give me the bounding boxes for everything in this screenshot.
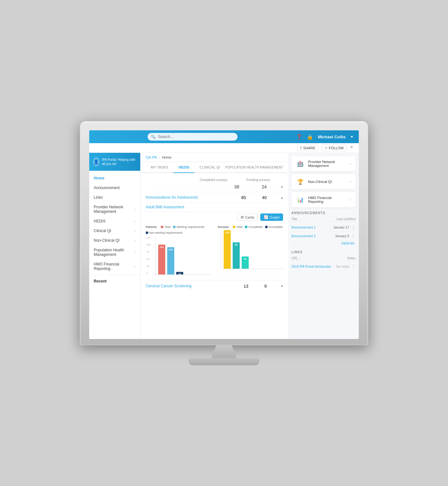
help-icon[interactable]: ❓ xyxy=(296,134,302,140)
sidebar-hedis-label: HEDIS xyxy=(94,219,106,223)
sidebar-nonclinical-label: Non-Clinical QI xyxy=(94,238,120,243)
link-1-menu[interactable]: ⋮ xyxy=(349,264,356,269)
links-header: URL ↓ Notes xyxy=(291,256,356,261)
surveys-chart-wrap: Surveys Total Completed xyxy=(218,225,283,275)
immunizations-completed: 85 xyxy=(241,195,246,200)
patients-chart-label: Patients xyxy=(146,225,157,229)
link-1-title[interactable]: 2018 IPA Portal Introduction xyxy=(291,265,336,268)
graph-icon: 📈 xyxy=(264,215,268,219)
hedis-content: Completed surveys Pending surveys 38 24 … xyxy=(141,173,288,339)
tab-clinical-qi[interactable]: CLINICAL QI xyxy=(194,162,225,173)
announcement-1-date: January 17 xyxy=(333,226,349,229)
sidebar-item-provider-network[interactable]: Provider Network Management › xyxy=(89,202,140,216)
cervical-link[interactable]: Cervical Cancer Screening xyxy=(146,284,244,288)
sidebar-links-label: Links xyxy=(94,195,103,200)
sidebar-item-hedis[interactable]: HEDIS › xyxy=(89,216,140,226)
sidebar-item-announcement[interactable]: Announcement xyxy=(89,183,140,193)
announcement-1-link[interactable]: Announcement 1 xyxy=(291,226,333,229)
immunizations-link[interactable]: Immunizations for Adolescents xyxy=(146,195,241,200)
monitor-bezel: 🔍 ❓ 🔒 Michael Collis ▼ ⤴ SHARE xyxy=(80,121,368,345)
link-1-notes: No notes xyxy=(336,265,349,268)
breadcrumb-separator: › xyxy=(159,155,160,159)
completed-header: Completed surveys xyxy=(200,178,227,182)
announcement-2-link[interactable]: Announcement 2 xyxy=(291,234,335,238)
announcements-title: ANNOUNCEMENTS xyxy=(291,211,356,215)
share-button[interactable]: ⤴ SHARE xyxy=(297,144,318,151)
bar-total-patients: 121 xyxy=(158,245,165,274)
links-table: URL ↓ Notes 2018 IPA Portal Introduction… xyxy=(291,256,356,271)
sidebar-item-non-clinical-qi[interactable]: Non-Clinical QI › xyxy=(89,236,140,245)
cervical-pending: 9 xyxy=(264,284,267,289)
view-toggle: ⊞ Cards 📈 Graph xyxy=(146,212,283,223)
ann-date-header: Last modified xyxy=(337,217,356,221)
non-clinical-qi-card[interactable]: 🏆 Non-Clinical QI › xyxy=(291,174,356,189)
announcement-2-menu[interactable]: ⋮ xyxy=(349,233,356,239)
adult-bmi-row: Adult BMI Assessment xyxy=(146,203,283,212)
breadcrumb-qa-ipa[interactable]: QA IPA xyxy=(146,155,157,159)
content-area: 👤 IPA Portal: Helping with all you do! H… xyxy=(89,153,359,339)
legend-total-survey-label: Total xyxy=(236,225,242,229)
lock-icon[interactable]: 🔒 xyxy=(307,134,313,140)
bar-label-110: 110 xyxy=(168,247,173,251)
legend-dot-meeting xyxy=(173,226,176,228)
tab-my-tasks[interactable]: MY TASKS xyxy=(146,162,173,173)
settings-icon[interactable]: ✦ xyxy=(350,144,354,151)
sidebar-logo-text: IPA Portal: Helping with all you do! xyxy=(102,158,136,166)
row-chevron-up[interactable]: ▴ xyxy=(281,195,283,200)
cards-label: Cards xyxy=(245,215,254,219)
adult-bmi-link[interactable]: Adult BMI Assessment xyxy=(146,205,283,209)
user-dropdown-icon[interactable]: ▼ xyxy=(350,135,354,139)
surveys-legend: Surveys Total Completed xyxy=(218,225,283,229)
announcement-1-menu[interactable]: ⋮ xyxy=(349,225,356,230)
legend-meeting-label: Meeting requirements xyxy=(177,225,204,229)
patients-legend: Patients Total Meeting requirements xyxy=(146,225,211,234)
bar-total-surveys: 125 xyxy=(224,230,231,269)
provider-network-card[interactable]: 🏥 Provider Network Management › xyxy=(291,156,356,171)
hmo-financial-card[interactable]: 📊 HMO Financial Reporting › xyxy=(291,192,356,207)
search-input[interactable] xyxy=(148,133,237,141)
graph-button[interactable]: 📈 Graph xyxy=(260,213,283,221)
action-bar: ⤴ SHARE ☆ FOLLOW ✦ xyxy=(89,143,359,153)
first-pending-val: 24 xyxy=(262,184,267,189)
chevron-right-icon: › xyxy=(135,239,136,242)
follow-button[interactable]: ☆ FOLLOW xyxy=(322,144,347,151)
immunizations-header-row: 38 24 ▾ xyxy=(146,183,283,192)
cervical-row: Cervical Cancer Screening 13 9 ▾ xyxy=(146,280,283,292)
legend-total-label: Total xyxy=(164,225,170,229)
sidebar-item-hmo[interactable]: HMO Financial Reporting › xyxy=(89,259,140,273)
sidebar-announcement-label: Announcement xyxy=(94,186,120,190)
sidebar-item-home[interactable]: Home xyxy=(89,173,140,183)
sidebar-nav: Home Announcement Links Provider Network… xyxy=(89,171,140,289)
monitor-wrapper: 🔍 ❓ 🔒 Michael Collis ▼ ⤴ SHARE xyxy=(80,121,368,365)
chevron-right-icon: › xyxy=(135,208,136,211)
tabs-bar: MY TASKS HEDIS CLINICAL QI POPULATION HE… xyxy=(141,162,288,173)
bar-label-85: 85 xyxy=(235,242,238,246)
user-name[interactable]: Michael Collis xyxy=(318,135,346,139)
sidebar-item-population-health[interactable]: Population Health Management › xyxy=(89,245,140,259)
legend-not-meeting: Not meeting requirements xyxy=(146,231,183,234)
legend-total-surveys: Total xyxy=(233,225,242,229)
link-row-1: 2018 IPA Portal Introduction No notes ⋮ xyxy=(291,262,356,271)
surveys-first-values: 38 24 xyxy=(234,184,278,189)
surveys-bars: 125 85 40 xyxy=(221,230,283,269)
tab-hedis[interactable]: HEDIS xyxy=(173,162,194,173)
sidebar-logo: 👤 IPA Portal: Helping with all you do! xyxy=(89,153,140,171)
search-icon: 🔍 xyxy=(151,135,156,139)
sidebar-recent[interactable]: Recent xyxy=(89,276,140,286)
cervical-chevron[interactable]: ▾ xyxy=(281,283,283,289)
cervical-completed: 13 xyxy=(244,284,248,289)
cards-button[interactable]: ⊞ Cards xyxy=(237,213,258,221)
links-title: LINKS xyxy=(291,250,356,254)
chevron-right-icon: › xyxy=(135,251,136,254)
bar-label-125: 125 xyxy=(225,230,229,234)
view-all-announcements[interactable]: VIEW All › xyxy=(291,240,356,247)
sidebar-item-links[interactable]: Links xyxy=(89,193,140,202)
breadcrumb-home: Home xyxy=(162,155,171,159)
row-chevron-down[interactable]: ▾ xyxy=(281,184,283,189)
sidebar-item-clinical-qi[interactable]: Clinical QI › xyxy=(89,226,140,236)
tab-phm[interactable]: POPULATION HEALTH MANAGEMENT xyxy=(225,162,283,172)
sidebar: 👤 IPA Portal: Helping with all you do! H… xyxy=(89,153,141,339)
legend-total-patients: Total xyxy=(161,225,170,229)
immunizations-row: Immunizations for Adolescents 85 40 ▴ xyxy=(146,192,283,203)
hmo-card-label: HMO Financial Reporting xyxy=(308,196,347,204)
